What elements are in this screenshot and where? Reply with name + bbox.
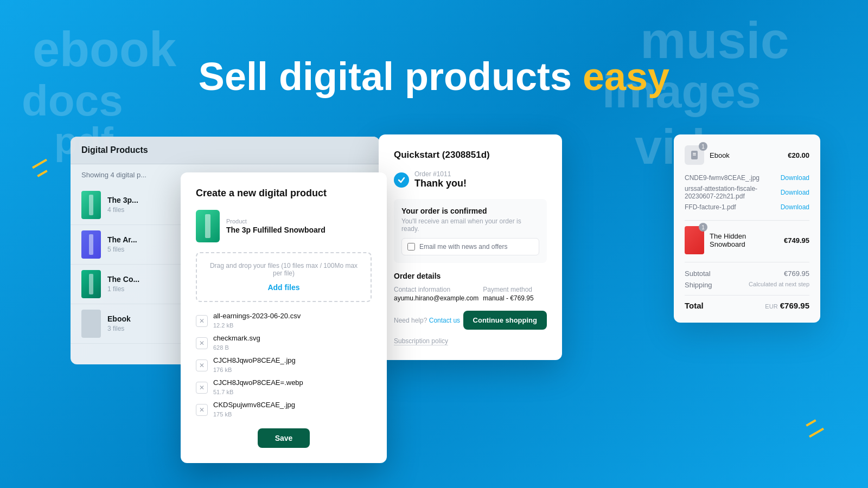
product-name: The 3p Fulfilled Snowboard: [226, 226, 326, 234]
file-info: CKDSpujwmv8CEAE_.jpg 175 kB: [213, 401, 295, 419]
total-row: Total EUR €769.95: [685, 295, 809, 312]
file-item: ✕ CKDSpujwmv8CEAE_.jpg 175 kB: [196, 401, 372, 419]
svg-rect-2: [693, 155, 696, 156]
file-item: ✕ all-earnings-2023-06-20.csv 12.2 kB: [196, 312, 372, 330]
bg-word-ebook: ebook: [33, 22, 176, 78]
file-row: FFD-facture-1.pdf Download: [685, 202, 809, 213]
panel-header: Digital Products: [71, 137, 380, 164]
subtotal-row: Subtotal €769.95: [685, 268, 809, 279]
product-thumb-3: [81, 270, 101, 298]
product-info-3: The Co... 1 files: [107, 275, 139, 293]
file-remove-button[interactable]: ✕: [196, 404, 208, 416]
total-currency: EUR: [765, 303, 777, 310]
email-checkbox-label: Email me with news and offers: [419, 243, 508, 251]
bg-word-docs: docs: [22, 76, 123, 126]
order-title: Quickstart (2308851d): [394, 150, 547, 160]
snowboard-badge: 1: [699, 223, 707, 232]
create-modal-title: Create a new digital product: [196, 188, 372, 199]
order-status-text: Order #1011 Thank you!: [414, 170, 467, 189]
file-dropzone[interactable]: Drag and drop your files (10 files max /…: [196, 252, 372, 302]
modal-product-thumb: [196, 210, 220, 242]
file-list: ✕ all-earnings-2023-06-20.csv 12.2 kB ✕ …: [196, 312, 372, 419]
subtotal-label: Subtotal: [685, 269, 711, 278]
file-remove-button[interactable]: ✕: [196, 315, 208, 327]
file-name: urssaf-attestation-fiscale-20230607-22h2…: [685, 185, 781, 200]
product-info-4: Ebook 3 files: [107, 314, 131, 333]
save-button[interactable]: Save: [258, 428, 310, 448]
ebook-files: CNDE9-fwmv8CEAE_.jpg Download urssaf-att…: [685, 172, 809, 213]
add-files-button[interactable]: Add files: [267, 283, 299, 292]
file-info: checkmark.svg 628 B: [213, 334, 260, 352]
file-remove-button[interactable]: ✕: [196, 382, 208, 394]
product-thumb-4: [81, 310, 101, 338]
file-remove-button[interactable]: ✕: [196, 359, 208, 371]
payment-label: Payment method manual - €769.95: [483, 286, 547, 302]
summary-item-ebook: 1 Ebook €20.00: [685, 145, 809, 165]
snowboard-price: €749.95: [784, 236, 809, 245]
download-link[interactable]: Download: [781, 203, 809, 211]
modal-footer: Save: [196, 428, 372, 448]
total-value: EUR €769.95: [765, 301, 809, 310]
ebook-price: €20.00: [788, 151, 809, 159]
file-row: urssaf-attestation-fiscale-20230607-22h2…: [685, 183, 809, 202]
hero-title: Sell digital products easy: [199, 54, 669, 99]
total-label: Total: [685, 301, 704, 310]
email-checkbox-input[interactable]: [407, 243, 415, 251]
deco-line-3: [809, 428, 824, 438]
contact-us-link[interactable]: Contact us: [429, 317, 460, 324]
confirmed-subtitle: You'll receive an email when your order …: [401, 217, 539, 233]
subtotal-value: €769.95: [784, 269, 809, 278]
summary-totals: Subtotal €769.95 Shipping Calculated at …: [685, 268, 809, 312]
ebook-badge: 1: [699, 142, 707, 151]
subscription-policy-link[interactable]: Subscription policy: [394, 337, 448, 345]
shipping-row: Shipping Calculated at next step: [685, 279, 809, 291]
hero-title-highlight: easy: [583, 55, 669, 98]
subscription-policy: Subscription policy: [394, 337, 547, 345]
thank-you-text: Thank you!: [414, 178, 467, 189]
file-item: ✕ CJCH8JqwoP8CEAE=.webp 51.7 kB: [196, 378, 372, 396]
snowboard-thumb: 1: [685, 226, 704, 254]
modal-product-details: Product The 3p Fulfilled Snowboard: [226, 218, 326, 234]
deco-line-1: [32, 159, 47, 169]
product-info-2: The Ar... 5 files: [107, 235, 137, 254]
continue-shopping-button[interactable]: Continue shopping: [463, 311, 547, 330]
create-product-modal: Create a new digital product Product The…: [181, 172, 387, 463]
ebook-name: Ebook: [710, 151, 782, 159]
order-confirmation-modal: Quickstart (2308851d) Order #1011 Thank …: [379, 134, 562, 360]
snowboard-name: The Hidden Snowboard: [710, 232, 778, 248]
product-label: Product: [226, 218, 326, 224]
order-footer: Need help? Contact us Continue shopping: [394, 311, 547, 330]
file-item: ✕ checkmark.svg 628 B: [196, 334, 372, 352]
need-help-text: Need help? Contact us: [394, 317, 460, 324]
summary-item-snowboard: 1 The Hidden Snowboard €749.95: [685, 226, 809, 254]
product-info-1: The 3p... 4 files: [107, 196, 138, 214]
file-name: FFD-facture-1.pdf: [685, 203, 736, 211]
email-checkbox-row[interactable]: Email me with news and offers: [401, 238, 539, 255]
deco-line-4: [806, 419, 816, 426]
hero-section: Sell digital products easy: [199, 54, 669, 99]
order-summary-panel: 1 Ebook €20.00 CNDE9-fwmv8CEAE_.jpg Down…: [674, 134, 820, 323]
download-link[interactable]: Download: [781, 189, 809, 196]
file-row: CNDE9-fwmv8CEAE_.jpg Download: [685, 172, 809, 183]
file-remove-button[interactable]: ✕: [196, 337, 208, 349]
total-amount: €769.95: [780, 301, 809, 310]
download-link[interactable]: Download: [781, 174, 809, 182]
file-info: CJCH8JqwoP8CEAE_.jpg 176 kB: [213, 356, 296, 374]
product-thumb-1: [81, 191, 101, 219]
order-confirmed-box: Your order is confirmed You'll receive a…: [394, 199, 547, 263]
order-status: Order #1011 Thank you!: [394, 170, 547, 189]
file-item: ✕ CJCH8JqwoP8CEAE_.jpg 176 kB: [196, 356, 372, 374]
svg-rect-1: [693, 153, 696, 154]
contact-label: Contact information ayumu.hirano@example…: [394, 286, 478, 302]
dropzone-text: Drag and drop your files (10 files max /…: [206, 262, 362, 277]
check-circle-icon: [394, 172, 409, 188]
file-name: CNDE9-fwmv8CEAE_.jpg: [685, 174, 760, 182]
deco-line-2: [37, 170, 47, 177]
shipping-label: Shipping: [685, 281, 712, 289]
order-details-title: Order details: [394, 272, 547, 280]
file-info: CJCH8JqwoP8CEAE=.webp 51.7 kB: [213, 378, 303, 396]
hero-title-plain: Sell digital products: [199, 55, 572, 98]
file-info: all-earnings-2023-06-20.csv 12.2 kB: [213, 312, 301, 330]
ebook-thumb: 1: [685, 145, 704, 165]
confirmed-title: Your order is confirmed: [401, 207, 539, 215]
